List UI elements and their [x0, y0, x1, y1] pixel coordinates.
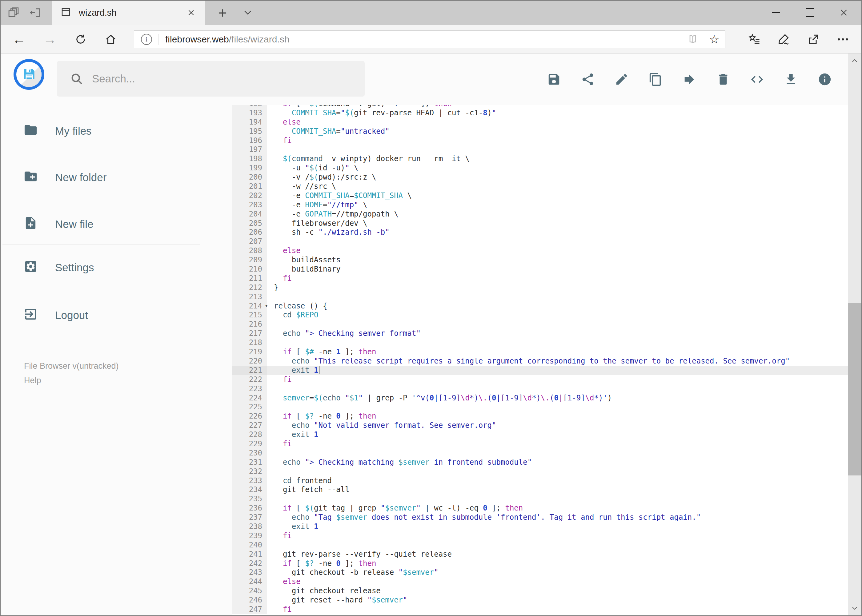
- code-line-222[interactable]: 222 fi: [232, 375, 848, 384]
- code-text[interactable]: echo "> Checking semver format": [267, 329, 848, 338]
- code-text[interactable]: [267, 402, 848, 412]
- code-text[interactable]: semver=$(echo "$1" | grep -P '^v(0|[1-9]…: [267, 394, 848, 403]
- code-line-245[interactable]: 245 git checkout release: [232, 586, 848, 596]
- code-line-233[interactable]: 233 cd frontend: [232, 476, 848, 486]
- code-line-239[interactable]: 239 fi: [232, 531, 848, 541]
- reading-view-book-icon[interactable]: [682, 31, 703, 48]
- code-line-207[interactable]: 207: [232, 237, 848, 246]
- code-text[interactable]: fi: [267, 136, 848, 146]
- sidebar-item-new-folder[interactable]: New folder: [0, 160, 232, 194]
- address-bar[interactable]: i filebrowser.web/files/wizard.sh ☆: [134, 30, 725, 48]
- code-line-217[interactable]: 217 echo "> Checking semver format": [232, 329, 848, 338]
- code-line-220[interactable]: 220 echo "This release script requires a…: [232, 357, 848, 366]
- back-button[interactable]: ←: [7, 25, 31, 53]
- sidebar-item-settings[interactable]: Settings: [0, 251, 232, 284]
- code-text[interactable]: cd $REPO: [267, 311, 848, 320]
- info-button[interactable]: [818, 72, 832, 86]
- tab-list-chevron-icon[interactable]: [238, 0, 258, 25]
- code-line-229[interactable]: 229 fi: [232, 440, 848, 449]
- code-text[interactable]: echo "> Checking matching $semver in fro…: [267, 458, 848, 467]
- code-text[interactable]: else: [267, 118, 848, 127]
- code-text[interactable]: if [ "$(command -v git)" != "" ]; then: [267, 105, 848, 108]
- code-text[interactable]: echo "Tag $semver does not exist in subm…: [267, 513, 848, 522]
- set-tabs-aside-icon[interactable]: [27, 5, 44, 21]
- filebrowser-floppy-logo[interactable]: [14, 59, 44, 90]
- code-text[interactable]: echo "This release script requires a sin…: [267, 357, 848, 366]
- home-icon[interactable]: [99, 25, 123, 53]
- window-maximize-button[interactable]: [793, 0, 827, 25]
- code-text[interactable]: else: [267, 577, 848, 586]
- code-line-197[interactable]: 197: [232, 145, 848, 154]
- code-line-244[interactable]: 244 else: [232, 577, 848, 586]
- share-icon[interactable]: [799, 25, 828, 53]
- code-line-216[interactable]: 216: [232, 320, 848, 329]
- code-line-242[interactable]: 242 if [ $? -ne 0 ]; then: [232, 559, 848, 568]
- save-button[interactable]: [547, 72, 561, 86]
- code-line-218[interactable]: 218: [232, 338, 848, 347]
- code-line-234[interactable]: 234 git fetch --all: [232, 485, 848, 495]
- code-text[interactable]: fi: [267, 531, 848, 541]
- code-text[interactable]: exit 1: [267, 522, 848, 531]
- code-line-231[interactable]: 231 echo "> Checking matching $semver in…: [232, 458, 848, 467]
- sidebar-item-my-files[interactable]: My files: [0, 114, 232, 148]
- help-link[interactable]: Help: [24, 376, 43, 385]
- code-text[interactable]: buildBinary: [267, 265, 848, 274]
- share-button[interactable]: [581, 72, 595, 86]
- code-line-201[interactable]: 201 -w //src \: [232, 182, 848, 191]
- code-line-199[interactable]: 199 -u "$(id -u)" \: [232, 163, 848, 173]
- code-line-194[interactable]: 194 else: [232, 118, 848, 127]
- code-line-209[interactable]: 209 buildAssets: [232, 256, 848, 265]
- scroll-down-icon[interactable]: [848, 600, 861, 615]
- search-input[interactable]: Search...: [57, 61, 365, 97]
- code-text[interactable]: -e GOPATH=//tmp/gopath \: [267, 210, 848, 219]
- code-text[interactable]: }: [267, 283, 848, 292]
- code-line-203[interactable]: 203 -e HOME="//tmp" \: [232, 201, 848, 210]
- code-line-227[interactable]: 227 echo "Not valid semver format. See s…: [232, 421, 848, 430]
- code-line-212[interactable]: 212}: [232, 283, 848, 292]
- code-line-235[interactable]: 235: [232, 495, 848, 504]
- code-text[interactable]: git rev-parse --verify --quiet release: [267, 550, 848, 559]
- code-line-247[interactable]: 247 fi: [232, 605, 848, 614]
- code-text[interactable]: filebrowser/dev \: [267, 219, 848, 228]
- code-line-206[interactable]: 206 sh -c "./wizard.sh -b": [232, 228, 848, 237]
- code-line-193[interactable]: 193 COMMIT_SHA="$(git rev-parse HEAD | c…: [232, 108, 848, 118]
- web-note-icon[interactable]: [769, 25, 799, 53]
- code-text[interactable]: if [ $? -ne 0 ]; then: [267, 412, 848, 421]
- code-line-221[interactable]: 221 exit 1: [232, 366, 848, 375]
- site-info-icon[interactable]: i: [141, 34, 152, 45]
- code-line-225[interactable]: 225: [232, 402, 848, 412]
- code-text[interactable]: COMMIT_SHA="untracked": [267, 127, 848, 136]
- code-line-192[interactable]: 192 if [ "$(command -v git)" != "" ]; th…: [232, 105, 848, 108]
- code-text[interactable]: [267, 449, 848, 458]
- code-line-230[interactable]: 230: [232, 449, 848, 458]
- code-text[interactable]: [267, 384, 848, 394]
- code-line-213[interactable]: 213: [232, 292, 848, 302]
- scrollbar-thumb[interactable]: [848, 303, 861, 475]
- code-line-210[interactable]: 210 buildBinary: [232, 265, 848, 274]
- browser-tab[interactable]: wizard.sh: [52, 0, 205, 25]
- browser-scrollbar[interactable]: [848, 53, 861, 615]
- tab-close-icon[interactable]: [185, 6, 197, 19]
- code-text[interactable]: [267, 292, 848, 302]
- code-line-228[interactable]: 228 exit 1: [232, 430, 848, 440]
- code-text[interactable]: [267, 145, 848, 154]
- code-line-211[interactable]: 211 fi: [232, 274, 848, 283]
- code-text[interactable]: exit 1: [267, 366, 848, 375]
- more-icon[interactable]: [828, 25, 858, 53]
- code-text[interactable]: cd frontend: [267, 476, 848, 486]
- code-text[interactable]: if [ $# -ne 1 ]; then: [267, 347, 848, 357]
- code-line-198[interactable]: 198 $(command -v winpty) docker run --rm…: [232, 154, 848, 163]
- move-button[interactable]: [682, 72, 697, 86]
- source-button[interactable]: [750, 72, 764, 86]
- code-text[interactable]: if [ $(git tag | grep "$semver" | wc -l)…: [267, 504, 848, 513]
- code-text[interactable]: fi: [267, 375, 848, 384]
- code-text[interactable]: fi: [267, 440, 848, 449]
- code-line-232[interactable]: 232: [232, 467, 848, 476]
- code-text[interactable]: git checkout -b release "$semver": [267, 568, 848, 577]
- code-text[interactable]: exit 1: [267, 430, 848, 440]
- code-line-196[interactable]: 196 fi: [232, 136, 848, 146]
- download-button[interactable]: [784, 72, 798, 86]
- code-text[interactable]: sh -c "./wizard.sh -b": [267, 228, 848, 237]
- code-line-205[interactable]: 205 filebrowser/dev \: [232, 219, 848, 228]
- code-text[interactable]: -e COMMIT_SHA=$COMMIT_SHA \: [267, 191, 848, 201]
